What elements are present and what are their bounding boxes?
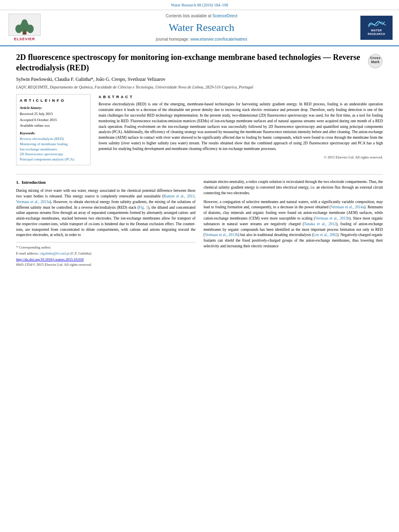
received-date: Received 25 July 2015: [20, 111, 87, 117]
available-online: Available online xxx: [20, 123, 87, 128]
sciencedirect-link[interactable]: ScienceDirect: [212, 14, 237, 18]
ref-vermaas-2013a[interactable]: Vermaas et al., 2013a: [16, 200, 50, 204]
article-history-label: Article history:: [20, 105, 87, 111]
main-content: 2D fluorescence spectroscopy for monitor…: [0, 46, 399, 273]
article-info-col: A R T I C L E I N F O Article history: R…: [16, 94, 90, 169]
journal-homepage: journal homepage: www.elsevier.com/locat…: [47, 37, 356, 42]
intro-right-col: maintain electro-neutrality, a redox cou…: [204, 179, 383, 267]
accepted-date: Accepted 6 October 2015: [20, 117, 87, 123]
keyword-4: 2D fluorescence spectroscopy: [20, 152, 87, 157]
introduction-section: 1. Introduction During mixing of river w…: [16, 179, 383, 267]
ref-fig1[interactable]: Fig. 1: [139, 205, 148, 210]
page-footer: * Corresponding author. E-mail address: …: [16, 242, 195, 267]
elsevier-logo-image: [8, 14, 41, 36]
intro-heading: 1. Introduction: [16, 179, 195, 186]
svg-text:Mark: Mark: [371, 60, 380, 64]
contents-line: Contents lists available at ScienceDirec…: [47, 13, 356, 19]
water-research-logo: WATER RESEARCH: [360, 16, 393, 40]
corresponding-note: * Corresponding author.: [16, 245, 195, 250]
journal-center: Contents lists available at ScienceDirec…: [47, 13, 356, 42]
email-footnote: E-mail address: cfgalinha@fct.unl.pt (C.…: [16, 251, 195, 256]
svg-point-3: [27, 25, 34, 33]
svg-point-2: [15, 25, 22, 33]
ref-ramon[interactable]: Ramon et al., 2011: [164, 194, 195, 198]
email-link[interactable]: cfgalinha@fct.unl.pt: [39, 251, 69, 255]
keyword-1: Reverse electrodialysis (RED): [20, 136, 87, 142]
doi-line: http://dx.doi.org/10.1016/j.watres.2015.…: [16, 257, 195, 262]
issn-line: 0043-1354/© 2015 Elsevier Ltd. All right…: [16, 262, 195, 267]
journal-name: Water Research: [47, 21, 356, 35]
svg-rect-4: [24, 30, 25, 35]
ref-tanaka[interactable]: Tanaka et al., 2012: [304, 222, 336, 226]
keywords-label: Keywords:: [20, 131, 87, 136]
journal-vol-bar: Water Research 88 (2016) 184–198: [0, 0, 399, 10]
ref-vermaas-2013b-2[interactable]: Vermaas et al., 2013b: [205, 233, 238, 237]
keyword-5: Principal components analysis (PCA): [20, 157, 87, 162]
intro-para-right-2: However, a conjugation of selective memb…: [204, 199, 383, 249]
ref-vermaas-2013b[interactable]: Vermaas et al., 2013b: [315, 216, 349, 220]
ref-lee[interactable]: Lee et al., 2002: [313, 233, 337, 237]
journal-homepage-link[interactable]: www.elsevier.com/locate/watres: [190, 37, 247, 41]
ref-vermaas-2014a[interactable]: Vermaas et al., 2014a: [331, 205, 364, 209]
article-info-box: A R T I C L E I N F O Article history: R…: [16, 94, 90, 165]
section-divider: [16, 174, 383, 175]
copyright: © 2015 Elsevier Ltd. All rights reserved…: [99, 155, 383, 160]
doi-link[interactable]: http://dx.doi.org/10.1016/j.watres.2015.…: [16, 257, 84, 261]
article-title-section: 2D fluorescence spectroscopy for monitor…: [16, 52, 383, 73]
intro-para-1: During mixing of river water with sea wa…: [16, 188, 195, 238]
crossmark-logo: Cross Mark: [368, 53, 383, 69]
abstract-label: A B S T R A C T: [99, 94, 383, 99]
svg-point-5: [21, 19, 27, 27]
authors: Sylwin Pawlowski, Claudia F. Galinha*, J…: [16, 76, 383, 83]
abstract-col: A B S T R A C T Reverse electrodialysis …: [99, 94, 383, 169]
svg-text:Cross: Cross: [370, 56, 380, 60]
article-info-abstract: A R T I C L E I N F O Article history: R…: [16, 94, 383, 169]
article-info-label: A R T I C L E I N F O: [20, 98, 87, 103]
article-title: 2D fluorescence spectroscopy for monitor…: [16, 52, 364, 73]
abstract-text: Reverse electrodialysis (RED) is one of …: [99, 102, 383, 152]
keyword-3: Ion-exchange membranes: [20, 147, 87, 152]
keyword-2: Monitoring of membrane fouling: [20, 142, 87, 147]
intro-left-col: 1. Introduction During mixing of river w…: [16, 179, 195, 267]
journal-header: ELSEVIER Contents lists available at Sci…: [0, 10, 399, 46]
logo-water-text: WATER RESEARCH: [368, 29, 385, 36]
intro-para-right-1: maintain electro-neutrality, a redox cou…: [204, 179, 383, 196]
journal-vol-text: Water Research 88 (2016) 184–198: [171, 3, 228, 7]
affiliation: LAQV, REQUIMTE, Departamento de Química,…: [16, 84, 383, 90]
elsevier-label: ELSEVIER: [14, 37, 35, 42]
elsevier-logo: ELSEVIER: [6, 14, 43, 42]
